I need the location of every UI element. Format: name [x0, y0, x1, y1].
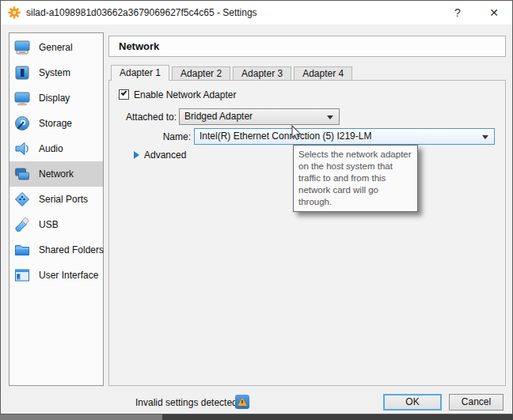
tab-adapter-3[interactable]: Adapter 3	[233, 66, 291, 80]
adapter-name-dropdown[interactable]: Intel(R) Ethernet Connection (5) I219-LM	[194, 128, 495, 145]
tooltip-text: Selects the network adapter on the host …	[298, 149, 412, 206]
sidebar-item-network[interactable]: Network	[10, 161, 103, 187]
sidebar-item-label: General	[39, 42, 73, 53]
sidebar-item-label: System	[39, 67, 70, 78]
chevron-down-icon	[327, 115, 333, 119]
sidebar-item-label: Storage	[39, 118, 72, 129]
adapter-1-panel: Enable Network Adapter Attached to: Brid…	[108, 80, 506, 386]
warning-triangle-icon	[238, 398, 247, 406]
title-bar[interactable]: silad-a1098981d03662a3679069627f5c4c65 -…	[1, 1, 512, 25]
sidebar-item-system[interactable]: System	[10, 60, 103, 85]
sidebar-item-storage[interactable]: Storage	[10, 111, 103, 136]
tooltip: Selects the network adapter on the host …	[293, 145, 418, 212]
page-heading-box: Network	[108, 36, 506, 57]
audio-icon	[13, 140, 31, 157]
warning-icon	[235, 395, 249, 409]
serial-ports-icon	[13, 191, 31, 208]
sidebar-item-serial-ports[interactable]: Serial Ports	[10, 187, 103, 212]
settings-gear-icon	[8, 6, 21, 19]
tab-adapter-1[interactable]: Adapter 1	[111, 65, 169, 81]
expander-arrow-icon	[134, 151, 139, 159]
chevron-down-icon	[482, 135, 488, 139]
attached-to-value: Bridged Adapter	[184, 109, 253, 124]
attached-to-dropdown[interactable]: Bridged Adapter	[179, 108, 340, 125]
system-icon	[13, 64, 31, 81]
sidebar-item-label: USB	[39, 219, 59, 230]
enable-network-adapter-checkbox[interactable]	[119, 89, 129, 100]
adapter-name-value: Intel(R) Ethernet Connection (5) I219-LM	[200, 129, 371, 144]
settings-window: silad-a1098981d03662a3679069627f5c4c65 -…	[0, 0, 513, 414]
sidebar-item-audio[interactable]: Audio	[10, 136, 103, 161]
enable-network-adapter-label: Enable Network Adapter	[134, 89, 236, 100]
sidebar-item-label: Display	[39, 93, 70, 104]
name-label: Name:	[109, 131, 191, 142]
invalid-settings-status: Invalid settings detected	[135, 397, 238, 408]
ok-button[interactable]: OK	[383, 394, 442, 411]
tab-adapter-2[interactable]: Adapter 2	[172, 66, 230, 80]
usb-icon	[13, 216, 31, 233]
tab-adapter-4[interactable]: Adapter 4	[294, 66, 352, 80]
user-interface-icon	[13, 267, 31, 284]
checkmark-icon	[121, 89, 127, 96]
page-title: Network	[109, 36, 505, 56]
advanced-label: Advanced	[144, 149, 186, 161]
sidebar-item-display[interactable]: Display	[10, 85, 103, 111]
storage-icon	[13, 115, 31, 132]
help-button[interactable]: ?	[444, 1, 471, 25]
cancel-button[interactable]: Cancel	[449, 394, 504, 411]
sidebar-item-label: Audio	[39, 143, 63, 154]
sidebar-item-label: Shared Folders	[39, 244, 104, 255]
sidebar-item-user-interface[interactable]: User Interface	[10, 263, 103, 288]
adapter-tabs: Adapter 1 Adapter 2 Adapter 3 Adapter 4	[111, 65, 355, 81]
sidebar-item-label: Serial Ports	[39, 194, 88, 205]
sidebar-item-general[interactable]: General	[10, 35, 103, 60]
close-button[interactable]: ✕	[481, 1, 507, 25]
desktop-background: silad-a1098981d03662a3679069627f5c4c65 -…	[0, 0, 513, 420]
sidebar-item-shared-folders[interactable]: Shared Folders	[10, 237, 103, 263]
settings-category-list: General System Display	[9, 32, 104, 386]
sidebar-item-usb[interactable]: USB	[10, 212, 103, 237]
sidebar-item-label: User Interface	[39, 270, 98, 281]
window-title: silad-a1098981d03662a3679069627f5c4c65 -…	[26, 1, 257, 25]
sidebar-item-label: Network	[39, 168, 74, 180]
network-icon	[13, 165, 31, 183]
general-icon	[13, 39, 31, 56]
shared-folders-icon	[13, 241, 31, 259]
attached-to-label: Attached to:	[109, 112, 177, 123]
mouse-cursor-icon	[288, 125, 302, 142]
display-icon	[13, 89, 31, 107]
